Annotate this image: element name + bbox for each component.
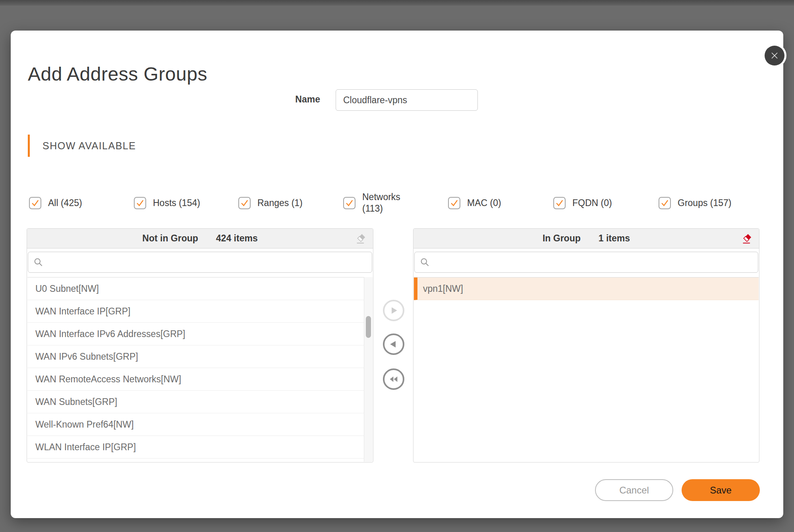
checkbox-checked-icon[interactable] xyxy=(29,197,41,209)
list-item-selected[interactable]: vpn1[NW] xyxy=(414,278,759,300)
list-item[interactable]: WAN Interface IPv6 Addresses[GRP] xyxy=(27,323,364,345)
list-item[interactable]: WAN IPv6 Subnets[GRP] xyxy=(27,345,364,368)
save-button[interactable]: Save xyxy=(682,479,760,501)
panel-title: Not in Group xyxy=(142,233,198,244)
filter-label: Hosts (154) xyxy=(153,197,200,209)
remove-all-from-group-button[interactable] xyxy=(383,368,404,390)
remove-from-group-button[interactable] xyxy=(383,333,404,355)
not-in-group-header: Not in Group 424 items xyxy=(27,229,373,249)
arrow-right-icon xyxy=(388,305,400,316)
search-icon xyxy=(33,257,44,268)
checkbox-checked-icon[interactable] xyxy=(448,197,460,209)
checkbox-checked-icon[interactable] xyxy=(134,197,146,209)
list-item[interactable]: U0 Subnet[NW] xyxy=(27,278,364,300)
section-accent-bar xyxy=(28,135,30,157)
not-in-group-panel: Not in Group 424 items U0 Subnet[NW] WAN… xyxy=(27,228,373,463)
search-icon xyxy=(420,257,430,268)
filter-checkbox-row: All (425) Hosts (154) Ranges (1) Network… xyxy=(29,189,776,217)
in-group-panel: In Group 1 items vpn1[NW] xyxy=(413,228,759,463)
move-to-group-button[interactable] xyxy=(383,300,404,321)
eraser-icon xyxy=(741,233,753,245)
not-in-group-list: U0 Subnet[NW] WAN Interface IP[GRP] WAN … xyxy=(27,277,364,462)
list-item[interactable]: WAN Interface IP[GRP] xyxy=(27,300,364,323)
double-arrow-left-icon xyxy=(388,373,400,385)
add-address-groups-dialog: Add Address Groups Name SHOW AVAILABLE A… xyxy=(11,31,783,518)
list-item[interactable]: WAN RemoteAccess Networks[NW] xyxy=(27,368,364,391)
close-icon xyxy=(770,51,779,60)
checkbox-checked-icon[interactable] xyxy=(553,197,566,209)
filter-label: MAC (0) xyxy=(467,197,501,209)
cancel-button[interactable]: Cancel xyxy=(595,479,673,501)
filter-groups[interactable]: Groups (157) xyxy=(659,189,732,217)
name-label: Name xyxy=(241,94,320,105)
name-input[interactable] xyxy=(336,89,478,111)
scrollbar-thumb[interactable] xyxy=(366,316,371,338)
close-button[interactable] xyxy=(765,46,784,66)
page-title: Add Address Groups xyxy=(28,63,207,85)
list-item[interactable]: WLAN Interface IP[GRP] xyxy=(27,436,364,459)
list-item[interactable]: WAN Subnets[GRP] xyxy=(27,391,364,413)
filter-label: All (425) xyxy=(48,197,82,209)
section-title: SHOW AVAILABLE xyxy=(43,140,136,152)
panel-count: 424 items xyxy=(216,233,258,244)
filter-ranges[interactable]: Ranges (1) xyxy=(238,189,303,217)
checkbox-checked-icon[interactable] xyxy=(238,197,251,209)
in-group-search xyxy=(414,252,758,273)
filter-label: FQDN (0) xyxy=(572,197,612,209)
panel-count: 1 items xyxy=(599,233,630,244)
not-in-group-search xyxy=(28,252,372,273)
list-item[interactable]: Well-Known Pref64[NW] xyxy=(27,413,364,436)
filter-networks[interactable]: Networks (113) xyxy=(343,189,409,217)
search-input[interactable] xyxy=(28,252,372,273)
page-top-edge xyxy=(0,0,794,6)
filter-fqdn[interactable]: FQDN (0) xyxy=(553,189,612,217)
filter-all[interactable]: All (425) xyxy=(29,189,82,217)
checkbox-checked-icon[interactable] xyxy=(659,197,671,209)
clear-list-button[interactable] xyxy=(741,233,753,245)
in-group-header: In Group 1 items xyxy=(413,229,759,249)
filter-label: Networks (113) xyxy=(362,191,409,214)
panel-title: In Group xyxy=(543,233,581,244)
filter-label: Groups (157) xyxy=(678,197,732,209)
scrollbar-track[interactable] xyxy=(364,277,373,462)
filter-label: Ranges (1) xyxy=(257,197,303,209)
arrow-left-icon xyxy=(388,338,400,350)
eraser-icon xyxy=(355,233,367,245)
in-group-list: vpn1[NW] xyxy=(414,277,759,462)
checkbox-checked-icon[interactable] xyxy=(343,197,355,209)
search-input[interactable] xyxy=(414,252,758,273)
filter-mac[interactable]: MAC (0) xyxy=(448,189,501,217)
filter-hosts[interactable]: Hosts (154) xyxy=(134,189,200,217)
clear-list-button-disabled[interactable] xyxy=(355,233,367,245)
